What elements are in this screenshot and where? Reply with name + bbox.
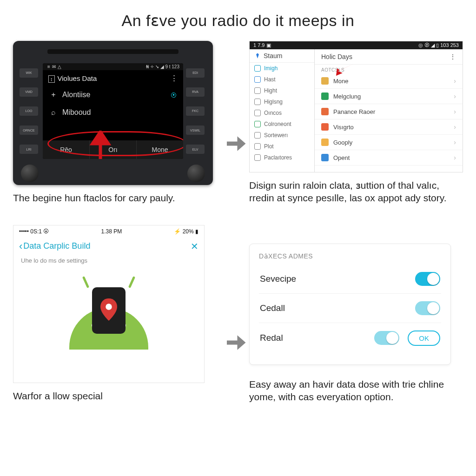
- hw-btn[interactable]: ORNCE: [20, 126, 38, 135]
- sidebar-item-icon: [254, 76, 261, 83]
- sidebar-item[interactable]: Imigh: [250, 63, 314, 74]
- hw-btn[interactable]: WIK: [20, 68, 38, 78]
- close-button[interactable]: ✕: [191, 241, 198, 252]
- hw-btn[interactable]: EDI: [186, 68, 205, 78]
- row-label: Opent: [333, 154, 350, 161]
- tab-ori[interactable]: Orı: [90, 140, 137, 159]
- android-status-bar: 1 7.9 ▣ ◎ ⦿ ◢ ▯ 103 253: [250, 41, 463, 49]
- hw-btn[interactable]: VSWIL: [186, 126, 205, 135]
- row-icon: [321, 154, 329, 161]
- section-header: AOTCSLS: [315, 65, 463, 73]
- toggle-switch[interactable]: [374, 331, 399, 345]
- step-arrow: [221, 225, 249, 419]
- hw-btn[interactable]: LRI: [20, 145, 38, 154]
- subtitle: Uhe lo do ms de settings: [13, 257, 204, 267]
- status-left: 1 7.9 ▣: [253, 42, 271, 48]
- sidebar-header[interactable]: Staum: [250, 49, 314, 63]
- toggle-label: Cedall: [260, 303, 285, 313]
- carrier: ••••• 0S:1 ⦿: [19, 228, 49, 235]
- toggles-card: DȧXECS ADMES Sevecipe Cedall Redal OK: [249, 244, 451, 365]
- back-button[interactable]: ‹Data Carplic Build: [19, 240, 90, 252]
- toggle-label: Redal: [260, 333, 283, 343]
- settings-row[interactable]: Panance Raoer›: [315, 104, 463, 119]
- chevron-right-icon: ›: [454, 108, 456, 115]
- panel1-caption: The begine hun ftaclos for cary pauly.: [13, 192, 221, 204]
- list-item[interactable]: ⌕ Mibooud: [43, 104, 183, 121]
- toggle-switch[interactable]: [415, 272, 440, 286]
- toggle-row: Cedall: [259, 294, 441, 323]
- sidebar-item[interactable]: Hight: [250, 85, 314, 96]
- sidebar-item-label: Hast: [264, 76, 276, 83]
- sidebar-item-icon: [254, 143, 261, 150]
- row-icon: [321, 123, 329, 131]
- diamond-icon: [254, 53, 261, 59]
- settings-main: Holic Days ⋮ AOTCSLS Mone›Melgclung›Pana…: [315, 49, 463, 172]
- row-icon: [321, 77, 329, 85]
- android-status-bar: ≡✉△ ₦ ✧ ➘ ◢ 9 t 123: [43, 63, 183, 70]
- ok-button[interactable]: OK: [408, 331, 440, 346]
- step-arrow: [221, 41, 249, 205]
- sidebar-item-label: Colroneont: [264, 121, 291, 127]
- hw-btn[interactable]: VMD: [20, 87, 38, 97]
- sidebar-item[interactable]: Paclaıtores: [250, 152, 314, 163]
- tune-knob-right[interactable]: [187, 165, 205, 182]
- row-icon: [321, 108, 329, 115]
- sidebar-item[interactable]: Oıncos: [250, 107, 314, 119]
- sidebar-item-icon: [254, 65, 261, 72]
- hero-illustration: [13, 275, 204, 350]
- search-icon: ⌕: [49, 108, 58, 117]
- radio-touchscreen[interactable]: ≡✉△ ₦ ✧ ➘ ◢ 9 t 123 ↕Violues Data ⋮ + Al…: [43, 63, 183, 159]
- sidebar-item[interactable]: Sortewerı: [250, 130, 314, 141]
- sidebar-item[interactable]: Colroneont: [250, 119, 314, 130]
- sidebar-item-label: Paclaıtores: [264, 154, 292, 161]
- disc-slot: [47, 49, 178, 54]
- sidebar-item-icon: [254, 121, 261, 127]
- hw-btn[interactable]: LOO: [20, 106, 38, 116]
- chevron-right-icon: ›: [454, 93, 456, 100]
- sidebar-item-icon: [254, 87, 261, 94]
- tab-reo[interactable]: Rēo: [43, 140, 90, 159]
- main-title: Holic Days: [321, 53, 352, 60]
- map-pin-icon: [100, 298, 118, 323]
- sidebar-item-label: Plot: [264, 143, 274, 150]
- toggle-label: Sevecipe: [260, 274, 296, 284]
- tab-mone[interactable]: Mone: [137, 140, 183, 159]
- screen-title: Violues Data: [58, 74, 97, 82]
- menu-icon: ≡: [47, 64, 50, 69]
- clock: 1.38 PM: [101, 228, 122, 235]
- list-item[interactable]: + Alontiise ⦿: [43, 86, 183, 104]
- settings-window: 1 7.9 ▣ ◎ ⦿ ◢ ▯ 103 253 Staum ImighHastH…: [249, 41, 463, 172]
- list-item-label: Mibooud: [62, 108, 91, 117]
- settings-row[interactable]: Melgclung›: [315, 89, 463, 104]
- toggle-row: Sevecipe: [259, 264, 441, 294]
- chevron-left-icon: ‹: [19, 240, 22, 252]
- settings-row[interactable]: Visıgrto›: [315, 119, 463, 135]
- settings-row[interactable]: Mone›: [315, 73, 463, 89]
- sidebar-item-label: Higlsng: [264, 99, 283, 105]
- volume-knob-left[interactable]: [21, 165, 39, 182]
- status-right: ◎ ⦿ ◢ ▯ 103 253: [418, 42, 459, 48]
- toggle-switch[interactable]: [415, 301, 440, 315]
- settings-row[interactable]: Gooply›: [315, 135, 463, 150]
- sidebar-item[interactable]: Higlsng: [250, 96, 314, 107]
- sidebar-item-label: Imigh: [264, 65, 278, 72]
- toggle-row: Redal OK: [259, 323, 441, 353]
- sidebar-item[interactable]: Hast: [250, 74, 314, 85]
- ios-status-bar: ••••• 0S:1 ⦿ 1.38 PM ⚡ 20% ▮: [13, 225, 204, 238]
- sidebar-item-icon: [254, 99, 261, 105]
- overflow-icon[interactable]: ⋮: [171, 74, 178, 82]
- sidebar-item-label: Hight: [264, 87, 277, 94]
- chevron-right-icon: ›: [454, 139, 456, 146]
- right-hardware-buttons: EDI RVA FKC VSWIL ELV: [186, 63, 206, 159]
- overflow-icon[interactable]: ⋮: [450, 53, 456, 60]
- sidebar-item[interactable]: Plot: [250, 141, 314, 152]
- panel3-caption: Warfor a llow special: [13, 390, 221, 402]
- row-icon: [321, 93, 329, 100]
- car-radio-unit: WIK VMD LOO ORNCE LRI ≡✉△ ₦ ✧ ➘ ◢ 9 t 12…: [13, 41, 213, 185]
- row-icon: [321, 139, 329, 146]
- hw-btn[interactable]: ELV: [186, 145, 205, 154]
- hw-btn[interactable]: RVA: [186, 87, 205, 97]
- settings-row[interactable]: Opent›: [315, 150, 463, 165]
- hw-btn[interactable]: FKC: [186, 106, 205, 116]
- sidebar-item-icon: [254, 154, 261, 161]
